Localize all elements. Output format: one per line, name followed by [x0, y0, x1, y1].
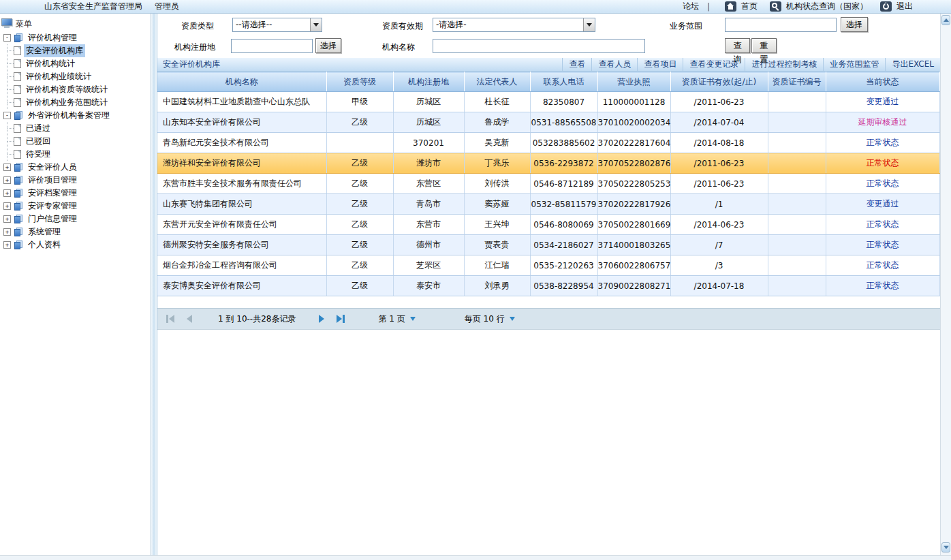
scope-input[interactable]: [725, 18, 837, 32]
table-cell: 青岛市: [393, 194, 464, 215]
sidebar-tree-leaf-label[interactable]: 评价机构资质等级统计: [24, 83, 110, 96]
sidebar-tree-leaf-label[interactable]: 评价机构业务范围统计: [24, 96, 110, 109]
table-row[interactable]: 山东知本安全评价有限公司乙级历城区鲁成学0531-885655083701002…: [157, 112, 939, 133]
sidebar-tree-label[interactable]: 安评档案管理: [26, 187, 79, 200]
computer-icon: [1, 18, 14, 29]
expand-toggle-icon[interactable]: +: [3, 241, 11, 249]
table-row[interactable]: 青岛新纪元安全技术有限公司370201吴克新053283885602370202…: [157, 133, 939, 153]
sidebar-tree-leaf[interactable]: 已通过: [7, 122, 151, 135]
scroll-down-icon[interactable]: [941, 542, 950, 553]
reg-place-label: 机构注册地: [174, 42, 215, 52]
tree-connector: [7, 154, 14, 155]
forum-link[interactable]: 论坛: [683, 1, 699, 12]
sidebar-tree-leaf[interactable]: 评价机构统计: [7, 57, 151, 70]
folder-icon: [14, 33, 23, 43]
sidebar-tree-leaf-label[interactable]: 已驳回: [24, 135, 52, 148]
toolbar-action[interactable]: 查看项目: [637, 58, 683, 71]
column-header[interactable]: 机构注册地: [393, 72, 464, 92]
table-row[interactable]: 山东赛飞特集团有限公司乙级青岛市窦苏娅0532-8581157937020222…: [157, 194, 939, 215]
sidebar-tree-leaf[interactable]: 安全评价机构库: [7, 44, 151, 57]
sidebar-tree-label[interactable]: 评价机构管理: [26, 31, 79, 44]
status-query-icon[interactable]: [770, 1, 781, 12]
table-cell: 053283885602: [530, 133, 597, 153]
sidebar-tree-label[interactable]: 安全评价人员: [26, 161, 79, 174]
table-cell: [768, 194, 826, 215]
logout-link[interactable]: 退出: [897, 1, 913, 12]
prev-page-icon[interactable]: [187, 315, 192, 323]
column-header[interactable]: 资质证书编号: [768, 72, 826, 92]
table-row[interactable]: 东营开元安全评价有限责任公司乙级东营市王兴坤0546-8080069370500…: [157, 215, 939, 235]
first-page-icon[interactable]: [166, 315, 174, 323]
table-row[interactable]: 烟台金邦冶金工程咨询有限公司乙级芝罘区江仁瑞0535-2120263370600…: [157, 255, 939, 276]
table-cell: 0546-8080069: [530, 215, 597, 235]
sidebar-tree-leaf-label[interactable]: 安全评价机构库: [24, 44, 85, 57]
expand-toggle-icon[interactable]: +: [3, 176, 11, 184]
table-row[interactable]: 潍坊祥和安全评价有限公司乙级潍坊市丁兆乐0536-229387237070522…: [157, 153, 939, 174]
collapse-toggle-icon[interactable]: -: [3, 112, 11, 119]
table-row[interactable]: 德州聚安特安全服务有限公司乙级德州市贾表贵0534-21860273714000…: [157, 235, 939, 255]
sidebar-tree-leaf-label[interactable]: 待受理: [24, 148, 52, 161]
page-size-select[interactable]: 每页 10 行: [465, 313, 515, 325]
column-header[interactable]: 资质证书有效(起/止): [670, 72, 768, 92]
expand-toggle-icon[interactable]: +: [3, 228, 11, 236]
next-page-icon[interactable]: [319, 315, 324, 323]
sidebar-tree-leaf[interactable]: 已驳回: [7, 135, 151, 148]
vertical-scrollbar[interactable]: [940, 14, 951, 555]
toolbar-action[interactable]: 查看: [562, 58, 591, 71]
table-cell: [768, 215, 826, 235]
page-select[interactable]: 第 1 页: [378, 313, 415, 325]
table-row[interactable]: 东营市胜丰安全技术服务有限责任公司乙级东营区刘传洪0546-8712189370…: [157, 174, 939, 194]
sidebar-tree-label[interactable]: 安评专家管理: [26, 200, 79, 213]
reg-select-button[interactable]: 选择: [315, 38, 341, 53]
column-header[interactable]: 法定代表人: [464, 72, 530, 92]
column-header[interactable]: 当前状态: [826, 72, 939, 92]
column-header[interactable]: 机构名称: [157, 72, 326, 92]
expand-toggle-icon[interactable]: +: [3, 202, 11, 210]
column-header[interactable]: 联系人电话: [530, 72, 597, 92]
column-header[interactable]: 资质等级: [326, 72, 393, 92]
sidebar-tree-leaf[interactable]: 评价机构业绩统计: [7, 70, 151, 83]
sidebar-tree-label[interactable]: 个人资料: [26, 238, 63, 251]
toolbar-action[interactable]: 业务范围监管: [823, 58, 885, 71]
reset-button[interactable]: 重置: [751, 38, 777, 53]
sidebar-tree-leaf-label[interactable]: 评价机构业绩统计: [24, 70, 93, 83]
column-header[interactable]: 营业执照: [597, 72, 670, 92]
sidebar-tree-leaf[interactable]: 评价机构资质等级统计: [7, 83, 151, 96]
home-icon[interactable]: [725, 1, 736, 12]
last-page-icon[interactable]: [337, 315, 345, 323]
sidebar-tree-leaf-label[interactable]: 已通过: [24, 122, 52, 135]
query-button[interactable]: 查询: [725, 38, 750, 53]
expand-toggle-icon[interactable]: +: [3, 215, 11, 223]
tree-connector: [7, 102, 14, 103]
validity-select[interactable]: -请选择-: [433, 18, 595, 32]
sidebar-tree-label[interactable]: 外省评价机构备案管理: [26, 109, 112, 122]
expand-toggle-icon[interactable]: +: [3, 189, 11, 197]
reg-place-input[interactable]: [231, 39, 313, 53]
toolbar-action[interactable]: 导出EXCEL: [885, 58, 940, 71]
org-name-input[interactable]: [433, 39, 645, 53]
home-link[interactable]: 首页: [741, 1, 758, 12]
toolbar-action[interactable]: 查看人员: [591, 58, 637, 71]
table-row[interactable]: 中国建筑材料工业地质勘查中心山东总队甲级历城区杜长征82350807110000…: [157, 92, 939, 112]
org-table: 机构名称资质等级机构注册地法定代表人联系人电话营业执照资质证书有效(起/止)资质…: [157, 72, 940, 296]
expand-toggle-icon[interactable]: +: [3, 164, 11, 171]
sidebar-tree-label[interactable]: 系统管理: [26, 225, 63, 238]
scope-select-button[interactable]: 选择: [841, 17, 868, 32]
sidebar-tree-leaf[interactable]: 待受理: [7, 148, 151, 161]
collapse-toggle-icon[interactable]: -: [3, 34, 11, 42]
sidebar-tree-node: -外省评价机构备案管理: [0, 109, 151, 122]
qual-type-select[interactable]: --请选择--: [232, 18, 322, 32]
scroll-up-icon[interactable]: [941, 15, 950, 25]
table-cell: 370900228082718: [597, 276, 670, 296]
sidebar-tree-label[interactable]: 门户信息管理: [26, 213, 79, 225]
horizontal-scrollbar[interactable]: [0, 555, 951, 560]
sidebar-tree-leaf-label[interactable]: 评价机构统计: [24, 57, 77, 70]
toolbar-action[interactable]: 进行过程控制考核: [745, 58, 823, 71]
status-query-link[interactable]: 机构状态查询（国家）: [786, 1, 868, 12]
logout-icon[interactable]: [880, 1, 892, 12]
table-cell: 370502228052533: [597, 174, 670, 194]
table-row[interactable]: 泰安博奥安全评价有限公司乙级泰安市刘承勇0538-822895437090022…: [157, 276, 939, 296]
sidebar-tree-leaf[interactable]: 评价机构业务范围统计: [7, 96, 151, 109]
sidebar-splitter[interactable]: [151, 14, 157, 555]
sidebar-tree-label[interactable]: 评价项目管理: [26, 174, 79, 187]
